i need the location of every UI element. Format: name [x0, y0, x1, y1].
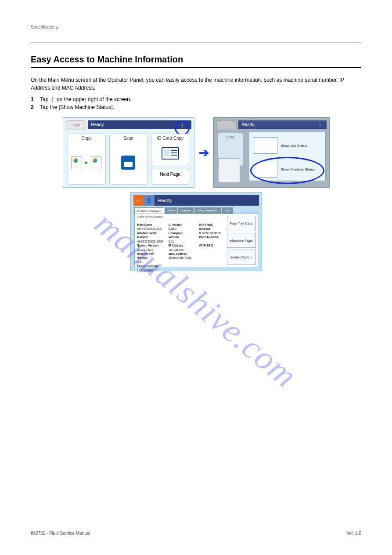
tab-tools[interactable]: Tools	[222, 207, 233, 214]
tile-scan[interactable]: Scan	[109, 134, 147, 185]
status-bar: Ready ⋮	[88, 120, 191, 129]
tile-idcard[interactable]: ID Card Copy	[151, 134, 189, 166]
page-footer: IM2702 - Field Service Manual Ver. 1.0	[31, 528, 361, 536]
section-intro: On the Main Menu screen of the Operator …	[31, 76, 361, 92]
screenshot-home: Login Ready ⋮ Copy ▶	[63, 117, 194, 188]
status-text: Ready	[91, 122, 104, 127]
section-title: Easy Access to Machine Information	[31, 54, 361, 65]
step-2-text: Tap the [Show Machine Status].	[40, 104, 114, 110]
ui-version-label: UI Version	[169, 223, 183, 226]
kebab-icon-dim: ⋮	[318, 120, 322, 129]
arrow-icon: ➔	[199, 145, 209, 160]
screenshot-popover: Ready ⋮ Copy Show Job Status Show Machin…	[213, 117, 330, 188]
step-2-num: 2	[31, 103, 39, 111]
gi-col-3: Wi-Fi MAC Address f4:b8:5e:d7:08:36 Wi-F…	[196, 221, 227, 267]
gi-col-1: Host Name AMXXXXi-B34DCC Machine Serial …	[135, 221, 166, 267]
step-2: 2 Tap the [Show Machine Status].	[31, 103, 361, 111]
engine-version-label: Engine Version	[137, 265, 158, 268]
header-left: Specifications	[31, 25, 58, 29]
btn-installed-options[interactable]: Installed Options	[227, 250, 256, 265]
popover-row-jobstatus[interactable]: Show Job Status	[253, 136, 322, 155]
kebab-menu-icon[interactable]: ⋮	[175, 120, 190, 135]
running-header: Specifications	[31, 25, 361, 29]
machineinfo-tabs: Machine Information Faults Supplies Bill…	[134, 207, 258, 214]
gi-col-2: UI Version 0.88.0 Homepage Version 0.51 …	[166, 221, 196, 267]
wifi-ssid-label: Wi-Fi SSID	[199, 244, 213, 247]
step-1-text: Tap ⋮ on the upper right of the screen.	[40, 96, 131, 102]
copy-icon: ▶	[70, 142, 104, 182]
engine-version-value: 1402132080	[137, 269, 153, 272]
highlight-ellipse	[250, 157, 324, 184]
login-button-dim	[216, 120, 237, 130]
wifi-mac-label: Wi-Fi MAC Address	[199, 223, 213, 230]
home-icon[interactable]: ⌂	[133, 195, 144, 206]
serial-label: Machine Serial Number	[137, 232, 158, 239]
wifi-mac-value: f4:b8:5e:d7:08:36	[199, 232, 221, 235]
host-name-label: Host Name	[137, 223, 152, 226]
jobstatus-label: Show Job Status	[281, 144, 307, 148]
wifi-address-label: Wi-Fi Address	[199, 236, 218, 239]
figure-machine-info: ⌂ 👤 Ready Machine Information Faults Sup…	[31, 192, 361, 271]
btn-information-pages[interactable]: Information Pages	[227, 233, 256, 248]
side-buttons: Paper Tray Status Information Pages Inst…	[227, 216, 256, 265]
login-button[interactable]: Login	[66, 120, 86, 130]
footer-left: IM2702 - Field Service Manual	[31, 531, 90, 536]
tile-copy-label: Copy	[70, 136, 104, 141]
user-icon[interactable]: 👤	[144, 195, 155, 206]
tab-machine-information[interactable]: Machine Information	[134, 207, 164, 214]
status-bar-dim: Ready ⋮	[238, 120, 327, 129]
status-text-dim: Ready	[242, 122, 255, 127]
step-1: 1 Tap ⋮ on the upper right of the screen…	[31, 95, 361, 103]
figure-row-1: Login Ready ⋮ Copy ▶	[31, 117, 361, 188]
tab-faults[interactable]: Faults	[165, 207, 177, 214]
scanner-fw-label: Scanner FW Version	[137, 252, 154, 259]
page: Specifications Easy Access to Machine In…	[0, 0, 392, 555]
home-tiles: Copy ▶ Scan ID	[68, 134, 190, 185]
tile-copy[interactable]: Copy ▶	[68, 134, 106, 185]
tile-next-page[interactable]: Next Page	[151, 169, 189, 185]
save-icon	[111, 142, 145, 182]
general-info-panel: General Information Host Name AMXXXXi-B3…	[134, 214, 258, 267]
homepage-version-label: Homepage Version	[169, 232, 183, 239]
status-popover: Show Job Status Show Machine Status	[249, 132, 326, 181]
ip-address-label: IP Address	[169, 244, 183, 247]
mac-address-label: MAC Address	[169, 252, 187, 255]
tab-supplies[interactable]: Supplies	[178, 207, 194, 214]
header-rule	[31, 43, 361, 43]
idcard-icon	[153, 142, 187, 164]
system-version-value: 2012110521	[137, 248, 153, 251]
tile-idcard-label: ID Card Copy	[153, 136, 187, 141]
homepage-version-value: 0.51	[169, 240, 174, 243]
section-rule	[31, 67, 361, 68]
system-version-label: System Version	[137, 244, 158, 247]
host-name-value: AMXXXXi-B34DCC	[137, 227, 162, 230]
serial-value: A08S322562210004	[137, 240, 163, 243]
mac-address-value: 00:0e:c6:8e:78:03	[169, 256, 191, 259]
ui-version-value: 0.88.0	[169, 227, 176, 230]
machineinfo-header: ⌂ 👤 Ready	[133, 195, 259, 206]
ip-address-value: 10.1.20.153	[169, 248, 183, 251]
step-1-num: 1	[31, 95, 39, 103]
tab-billing[interactable]: Billing Information	[194, 207, 221, 214]
scanner-fw-value: 0.41	[137, 261, 143, 264]
steps: 1 Tap ⋮ on the upper right of the screen…	[31, 95, 361, 111]
jobstatus-thumb-icon	[253, 137, 277, 154]
btn-paper-tray-status[interactable]: Paper Tray Status	[227, 216, 256, 231]
printer-icon	[218, 158, 240, 183]
footer-right: Ver. 1.0	[346, 531, 361, 536]
tile-scan-label: Scan	[111, 136, 145, 141]
machineinfo-title: Ready	[155, 195, 259, 206]
